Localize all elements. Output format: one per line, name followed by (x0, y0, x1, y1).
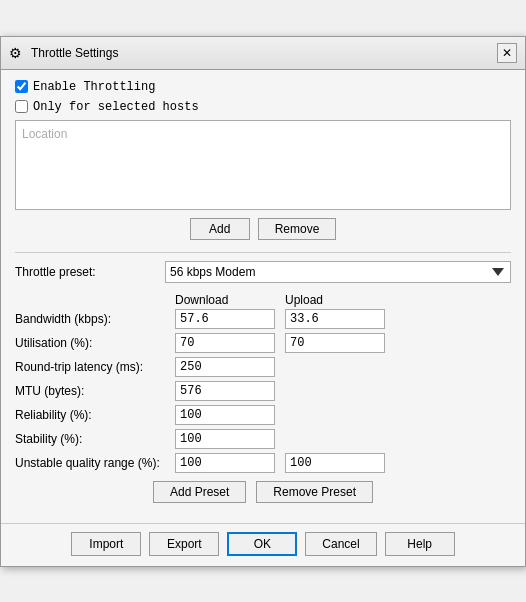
reliability-row: Reliability (%): (15, 405, 511, 425)
export-button[interactable]: Export (149, 532, 219, 556)
utilisation-row: Utilisation (%): (15, 333, 511, 353)
utilisation-label: Utilisation (%): (15, 336, 175, 350)
bandwidth-label: Bandwidth (kbps): (15, 312, 175, 326)
remove-preset-button[interactable]: Remove Preset (256, 481, 373, 503)
unstable-label: Unstable quality range (%): (15, 456, 175, 470)
preset-buttons-row: Add Preset Remove Preset (15, 481, 511, 503)
utilisation-upload[interactable] (285, 333, 385, 353)
title-bar-left: ⚙ Throttle Settings (9, 45, 118, 61)
bandwidth-upload[interactable] (285, 309, 385, 329)
mtu-row: MTU (bytes): (15, 381, 511, 401)
bottom-buttons: Import Export OK Cancel Help (1, 523, 525, 566)
mtu-label: MTU (bytes): (15, 384, 175, 398)
add-button[interactable]: Add (190, 218, 250, 240)
ok-button[interactable]: OK (227, 532, 297, 556)
reliability-label: Reliability (%): (15, 408, 175, 422)
selected-hosts-label: Only for selected hosts (33, 100, 199, 114)
content-area: Enable Throttling Only for selected host… (1, 70, 525, 523)
remove-button[interactable]: Remove (258, 218, 337, 240)
bandwidth-row: Bandwidth (kbps): (15, 309, 511, 329)
reliability-download[interactable] (175, 405, 275, 425)
mtu-download[interactable] (175, 381, 275, 401)
close-button[interactable]: ✕ (497, 43, 517, 63)
unstable-upload[interactable] (285, 453, 385, 473)
unstable-row: Unstable quality range (%): (15, 453, 511, 473)
latency-row: Round-trip latency (ms): (15, 357, 511, 377)
hosts-placeholder: Location (20, 125, 506, 143)
stability-row: Stability (%): (15, 429, 511, 449)
enable-throttling-row: Enable Throttling (15, 80, 511, 94)
settings-table: Bandwidth (kbps): Utilisation (%): Round… (15, 309, 511, 473)
add-preset-button[interactable]: Add Preset (153, 481, 246, 503)
enable-throttling-label: Enable Throttling (33, 80, 155, 94)
divider (15, 252, 511, 253)
bandwidth-download[interactable] (175, 309, 275, 329)
help-button[interactable]: Help (385, 532, 455, 556)
hosts-box[interactable]: Location (15, 120, 511, 210)
upload-header: Upload (285, 293, 395, 307)
stability-label: Stability (%): (15, 432, 175, 446)
utilisation-download[interactable] (175, 333, 275, 353)
latency-label: Round-trip latency (ms): (15, 360, 175, 374)
cancel-button[interactable]: Cancel (305, 532, 376, 556)
latency-download[interactable] (175, 357, 275, 377)
selected-hosts-checkbox[interactable] (15, 100, 28, 113)
import-button[interactable]: Import (71, 532, 141, 556)
selected-hosts-row: Only for selected hosts (15, 100, 511, 114)
download-header: Download (175, 293, 285, 307)
preset-row: Throttle preset: 56 kbps Modem ISDN DSL … (15, 261, 511, 283)
unstable-download[interactable] (175, 453, 275, 473)
preset-select[interactable]: 56 kbps Modem ISDN DSL T1 Custom (165, 261, 511, 283)
preset-label: Throttle preset: (15, 265, 165, 279)
title-bar: ⚙ Throttle Settings ✕ (1, 37, 525, 70)
throttle-settings-window: ⚙ Throttle Settings ✕ Enable Throttling … (0, 36, 526, 567)
stability-download[interactable] (175, 429, 275, 449)
window-icon: ⚙ (9, 45, 25, 61)
enable-throttling-checkbox[interactable] (15, 80, 28, 93)
window-title: Throttle Settings (31, 46, 118, 60)
add-remove-row: Add Remove (15, 218, 511, 240)
column-headers: Download Upload (175, 293, 511, 307)
